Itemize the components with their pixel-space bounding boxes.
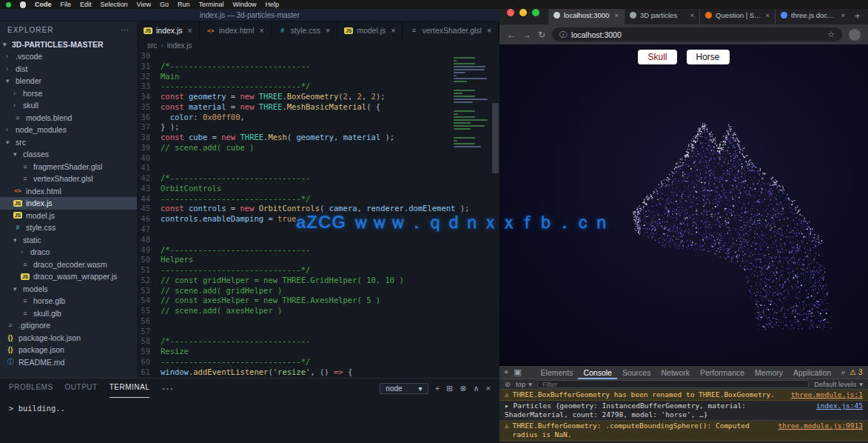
apple-logo[interactable] [20,1,26,8]
reload-icon[interactable]: ↻ [538,30,545,40]
minimize-window-icon[interactable] [519,9,527,16]
console-message[interactable]: ▸ Particles {geometry: InstancedBufferGe… [499,401,868,421]
tree-item-model-js[interactable]: JSmodel.js [0,210,137,222]
tab-close-icon[interactable]: × [841,11,845,19]
tree-item-src[interactable]: ▾src [0,136,137,149]
tab-close-icon[interactable]: × [765,11,770,19]
project-root-row[interactable]: ▾ 3D-PARTICLES-MASTER [0,38,137,50]
tree-item-draco-decoder-wasm[interactable]: ≡draco_decoder.wasm [0,259,137,271]
panel-tab-problems[interactable]: PROBLEMS [9,379,53,398]
code-line[interactable]: 61window.addEventListener('resize', () =… [137,367,499,378]
close-window-icon[interactable] [507,9,514,16]
devtools-tab-network[interactable]: Network [656,366,695,379]
code-line[interactable]: 43OrbitControls [137,184,499,194]
panel-tab-output[interactable]: OUTPUT [65,379,98,398]
tree-item-classes[interactable]: ▾classes [0,148,137,161]
menu-item[interactable]: Run [178,1,190,8]
new-terminal-icon[interactable]: + [435,384,440,393]
breadcrumb-item[interactable]: index.js [167,41,192,50]
menu-item[interactable]: Go [160,1,169,8]
code-line[interactable]: 55// scene.add( axesHelper ) [137,306,499,316]
code-line[interactable]: 53// scene.add( gridHelper ) [137,286,499,296]
console-message[interactable]: ⚠THREE.BufferGeometry: .computeBoundingS… [499,421,868,441]
warnings-badge[interactable]: ⚠ 3 [850,368,863,376]
editor-scrollbar[interactable] [492,103,499,173]
editor-tab[interactable]: <>index.html× [200,21,272,39]
log-levels-selector[interactable]: Default levels ▾ [814,380,863,388]
code-line[interactable]: 30 [137,51,499,61]
zoom-window-icon[interactable] [532,9,539,16]
code-line[interactable]: 49/*------------------------------ [137,245,499,256]
console-source-link[interactable]: three.module.js:1 [791,390,863,399]
shell-selector[interactable]: node ▾ [380,383,428,394]
code-line[interactable]: 34const geometry = new THREE.BoxGeometry… [137,92,499,102]
code-line[interactable]: 59Resize [137,347,499,357]
code-line[interactable]: 56 [137,316,499,327]
tree-item--vscode[interactable]: ›.vscode [0,50,137,63]
terminal-output[interactable]: > building.. [0,398,499,419]
code-line[interactable]: 58/*------------------------------ [137,336,499,347]
code-line[interactable]: 36 color: 0x00ff00, [137,113,499,123]
inspect-element-icon[interactable]: ⌖ [504,367,508,377]
devtools-tab-memory[interactable]: Memory [750,366,788,379]
clear-console-icon[interactable]: ⊘ [505,380,511,388]
console-filter-input[interactable] [537,380,809,388]
menu-item[interactable]: View [137,1,151,8]
code-line[interactable]: 57 [137,327,499,337]
tree-item-draco-wasm-wrapper-js[interactable]: JSdraco_wasm_wrapper.js [0,270,137,283]
menu-item[interactable]: File [61,1,72,8]
tree-item-skull-glb[interactable]: ≡skull.glb [0,307,137,320]
code-line[interactable]: 42/*------------------------------ [137,173,499,184]
site-info-icon[interactable]: ⓘ [559,30,567,40]
code-line[interactable]: 45const controls = new OrbitControls( ca… [137,204,499,214]
devtools-tab-elements[interactable]: Elements [536,366,579,379]
menu-item[interactable]: Window [232,1,256,8]
tab-close-icon[interactable]: × [614,11,619,19]
code-line[interactable]: 51------------------------------*/ [137,265,499,276]
editor-tab[interactable]: #style.css× [272,21,337,39]
tab-close-icon[interactable]: × [188,26,192,35]
code-line[interactable]: 41 [137,163,499,173]
tab-close-icon[interactable]: × [391,26,395,35]
tree-item-draco[interactable]: ›draco [0,246,137,259]
console-source-link[interactable]: index.js:45 [816,402,863,410]
devtools-tab-sources[interactable]: Sources [617,366,656,379]
code-line[interactable]: 48 [137,235,499,245]
breadcrumb-item[interactable]: src [147,41,157,50]
skull-button[interactable]: Skull [638,50,676,64]
tree-item-index-html[interactable]: <>index.html [0,185,137,198]
code-line[interactable]: 33------------------------------*/ [137,81,499,92]
devtools-tab-performance[interactable]: Performance [695,366,750,379]
menu-item[interactable]: Code [35,1,52,8]
bookmark-star-icon[interactable]: ☆ [827,30,835,39]
back-icon[interactable]: ← [507,30,516,40]
tree-item-horse-glb[interactable]: ≡horse.glb [0,295,137,307]
menu-item[interactable]: Terminal [198,1,223,8]
code-line[interactable]: 46controls.enableDamping = true [137,214,499,224]
tree-item-node-modules[interactable]: ›node_modules [0,124,137,136]
new-tab-icon[interactable]: + [855,10,861,21]
editor-tab[interactable]: ≡vertexShader.glsl× [403,21,499,39]
code-line[interactable]: 38const cube = new THREE.Mesh( geometry,… [137,133,499,143]
code-line[interactable]: 60------------------------------*/ [137,357,499,367]
tree-item-index-js[interactable]: JSindex.js [0,197,137,210]
device-toolbar-icon[interactable]: ▣ [514,367,521,377]
tree-item-static[interactable]: ▾static [0,234,137,247]
code-line[interactable]: 44------------------------------*/ [137,194,499,204]
code-line[interactable]: 52// const gridHelper = new THREE.GridHe… [137,276,499,286]
console-message[interactable]: ⚠THREE.BoxBufferGeometry has been rename… [499,390,868,401]
tree-item-models-blend[interactable]: ≡models.blend [0,112,137,124]
tab-close-icon[interactable]: × [690,11,694,19]
profile-avatar[interactable] [849,29,861,41]
tab-close-icon[interactable]: × [487,26,491,35]
console-source-link[interactable]: three.module.js:9913 [778,422,863,430]
tab-close-icon[interactable]: × [260,26,264,35]
maximize-panel-icon[interactable]: ∧ [474,384,480,393]
editor-tab[interactable]: JSindex.js× [137,21,200,39]
horse-particle-cloud[interactable] [631,117,835,333]
tree-item-models[interactable]: ▾models [0,283,137,296]
tree-item--gitignore[interactable]: ≡.gitignore [0,319,137,332]
tree-item-skull[interactable]: ›skull [0,99,137,112]
tree-item-fragmentshader-glsl[interactable]: ≡fragmentShader.glsl [0,161,137,173]
forward-icon[interactable]: → [522,30,531,40]
